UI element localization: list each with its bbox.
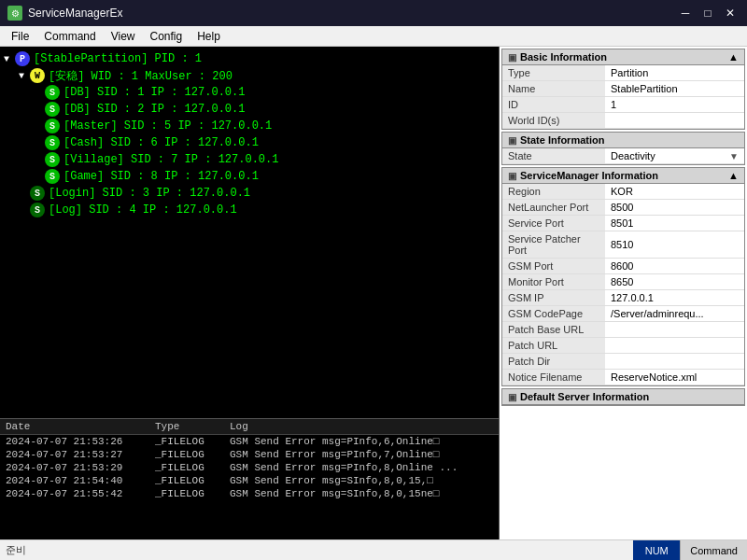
sm-info-value-8 [605, 322, 744, 338]
default-server-section: ▣ Default Server Information [501, 388, 745, 406]
minimize-button[interactable]: ─ [676, 6, 695, 21]
app-icon: ⚙ [7, 6, 22, 21]
node-icon-8: S [30, 186, 45, 201]
sm-info-table: RegionKORNetLauncher Port8500Service Por… [502, 184, 744, 385]
basic-info-label-2: ID [502, 97, 605, 113]
basic-info-section: ▣ Basic Information ▲ TypePartitionNameS… [501, 49, 745, 130]
state-info-table: StateDeactivity▼ [502, 148, 744, 164]
status-text: 준비 [0, 543, 633, 557]
tree-item-3[interactable]: S[DB] SID : 2 IP : 127.0.0.1 [4, 101, 495, 118]
basic-info-scroll-up[interactable]: ▲ [728, 51, 739, 63]
sm-info-value-11: ReserveNotice.xml [605, 370, 744, 385]
sm-info-row-7: GSM CodePage/Server/adminrequ... [502, 306, 744, 322]
log-row-2[interactable]: 2024-07-07 21:53:29_FILELOGGSM Send Erro… [0, 461, 499, 474]
log-row-4[interactable]: 2024-07-07 21:55:42_FILELOGGSM Send Erro… [0, 487, 499, 500]
sm-info-scroll-up[interactable]: ▲ [728, 170, 739, 181]
node-icon-1: W [30, 68, 45, 83]
state-info-title: State Information [520, 134, 604, 146]
log-date-0: 2024-07-07 21:53:26 [0, 435, 149, 449]
log-row-1[interactable]: 2024-07-07 21:53:27_FILELOGGSM Send Erro… [0, 448, 499, 461]
sm-info-collapse-icon[interactable]: ▣ [508, 171, 516, 181]
service-tree[interactable]: ▼P[StablePartition] PID : 1▼W[安稳] WID : … [0, 47, 499, 418]
tree-item-5[interactable]: S[Cash] SID : 6 IP : 127.0.0.1 [4, 134, 495, 151]
menu-item-help[interactable]: Help [190, 28, 228, 45]
basic-info-collapse-icon[interactable]: ▣ [508, 52, 516, 63]
sm-info-row-2: Service Port8501 [502, 216, 744, 231]
sm-info-section: ▣ ServiceManager Information ▲ RegionKOR… [501, 167, 745, 386]
log-col-date: Date [0, 419, 149, 435]
menu-item-config[interactable]: Config [143, 28, 190, 45]
info-scroll[interactable]: ▣ Basic Information ▲ TypePartitionNameS… [500, 47, 747, 539]
node-icon-2: S [45, 85, 60, 100]
log-panel: Date Type Log 2024-07-07 21:53:26_FILELO… [0, 418, 499, 539]
basic-info-value-3 [605, 113, 744, 129]
log-row-0[interactable]: 2024-07-07 21:53:26_FILELOGGSM Send Erro… [0, 435, 499, 449]
tree-item-label-9: [Log] SID : 4 IP : 127.0.0.1 [49, 203, 237, 217]
tree-item-1[interactable]: ▼W[安稳] WID : 1 MaxUser : 200 [4, 67, 495, 84]
menu-item-command[interactable]: Command [36, 28, 103, 45]
log-log-2: GSM Send Error msg=PInfo,8,Online ... [224, 461, 499, 474]
left-panel: ▼P[StablePartition] PID : 1▼W[安稳] WID : … [0, 47, 500, 539]
sm-info-label-5: Monitor Port [502, 274, 605, 290]
basic-info-title: Basic Information [520, 51, 607, 63]
basic-info-row-1: NameStablePartition [502, 81, 744, 97]
log-row-3[interactable]: 2024-07-07 21:54:40_FILELOGGSM Send Erro… [0, 474, 499, 487]
sm-info-value-3: 8510 [605, 231, 744, 259]
basic-info-header: ▣ Basic Information ▲ [502, 49, 744, 65]
sm-info-row-1: NetLauncher Port8500 [502, 200, 744, 216]
sm-info-value-4: 8600 [605, 259, 744, 274]
sm-info-row-10: Patch Dir [502, 354, 744, 370]
tree-item-4[interactable]: S[Master] SID : 5 IP : 127.0.0.1 [4, 118, 495, 134]
log-scroll-area[interactable]: Date Type Log 2024-07-07 21:53:26_FILELO… [0, 419, 499, 520]
log-col-type: Type [149, 419, 224, 435]
basic-info-label-3: World ID(s) [502, 113, 605, 129]
title-bar: ⚙ ServiceManagerEx ─ □ ✕ [0, 0, 747, 26]
log-type-2: _FILELOG [149, 461, 224, 474]
log-log-0: GSM Send Error msg=PInfo,6,Online□ [224, 435, 499, 449]
state-info-value-0[interactable]: Deactivity▼ [605, 148, 744, 164]
sm-info-label-6: GSM IP [502, 290, 605, 306]
tree-item-7[interactable]: S[Game] SID : 8 IP : 127.0.0.1 [4, 168, 495, 185]
sm-info-row-8: Patch Base URL [502, 322, 744, 338]
log-log-1: GSM Send Error msg=PInfo,7,Online□ [224, 448, 499, 461]
basic-info-value-2: 1 [605, 97, 744, 113]
maximize-button[interactable]: □ [698, 6, 717, 21]
sm-info-title: ServiceManager Information [520, 170, 658, 181]
tree-item-label-1: [安稳] WID : 1 MaxUser : 200 [49, 68, 233, 84]
log-header-row: Date Type Log [0, 419, 499, 435]
state-dropdown-value-0: Deactivity [611, 150, 655, 161]
tree-item-9[interactable]: S[Log] SID : 4 IP : 127.0.0.1 [4, 202, 495, 218]
tree-expand-icon-0: ▼ [4, 54, 15, 64]
state-info-collapse-icon[interactable]: ▣ [508, 135, 516, 146]
state-dropdown-0[interactable]: Deactivity▼ [611, 150, 739, 161]
node-icon-7: S [45, 169, 60, 184]
sm-info-row-6: GSM IP127.0.0.1 [502, 290, 744, 306]
state-info-row-0: StateDeactivity▼ [502, 148, 744, 164]
default-server-collapse-icon[interactable]: ▣ [508, 392, 516, 402]
sm-info-value-2: 8501 [605, 216, 744, 231]
sm-info-row-5: Monitor Port8650 [502, 274, 744, 290]
menu-item-view[interactable]: View [104, 28, 143, 45]
state-info-section: ▣ State Information StateDeactivity▼ [501, 132, 745, 165]
sm-info-label-11: Notice Filename [502, 370, 605, 385]
tree-item-8[interactable]: S[Login] SID : 3 IP : 127.0.0.1 [4, 185, 495, 202]
tree-item-0[interactable]: ▼P[StablePartition] PID : 1 [4, 50, 495, 67]
log-type-3: _FILELOG [149, 474, 224, 487]
sm-info-value-1: 8500 [605, 200, 744, 216]
menu-item-file[interactable]: File [4, 28, 36, 45]
state-info-label-0: State [502, 148, 605, 164]
window-title: ServiceManagerEx [28, 7, 122, 20]
close-button[interactable]: ✕ [721, 6, 740, 21]
sm-info-header: ▣ ServiceManager Information ▲ [502, 168, 744, 184]
log-log-3: GSM Send Error msg=SInfo,8,0,15,□ [224, 474, 499, 487]
state-info-header: ▣ State Information [502, 133, 744, 148]
sm-info-value-9 [605, 338, 744, 354]
command-button[interactable]: Command [680, 540, 747, 560]
tree-item-6[interactable]: S[Village] SID : 7 IP : 127.0.0.1 [4, 151, 495, 168]
sm-info-label-7: GSM CodePage [502, 306, 605, 322]
sm-info-value-10 [605, 354, 744, 370]
tree-item-label-7: [Game] SID : 8 IP : 127.0.0.1 [63, 170, 259, 183]
tree-item-2[interactable]: S[DB] SID : 1 IP : 127.0.0.1 [4, 84, 495, 101]
basic-info-row-0: TypePartition [502, 65, 744, 81]
node-icon-4: S [45, 119, 60, 133]
